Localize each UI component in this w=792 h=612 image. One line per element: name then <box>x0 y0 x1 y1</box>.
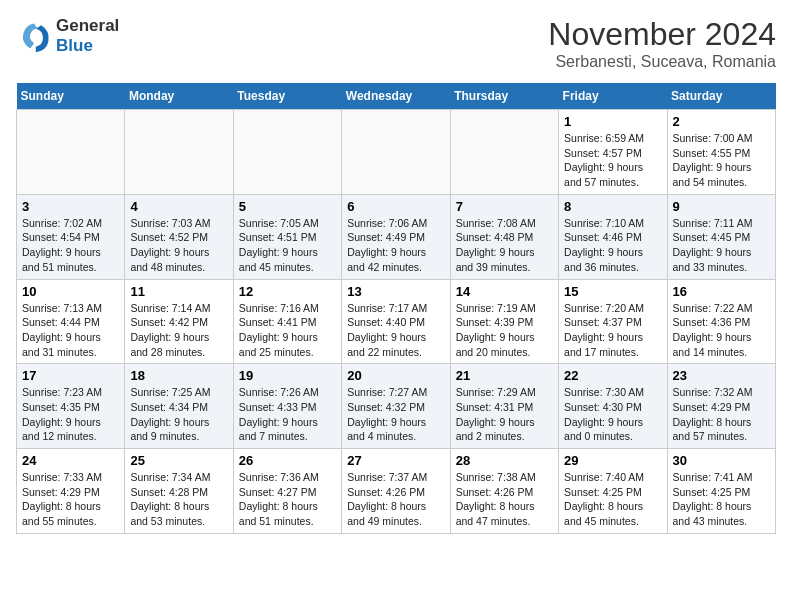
day-number: 14 <box>456 284 553 299</box>
calendar-cell: 8Sunrise: 7:10 AM Sunset: 4:46 PM Daylig… <box>559 194 667 279</box>
calendar-cell: 2Sunrise: 7:00 AM Sunset: 4:55 PM Daylig… <box>667 110 775 195</box>
calendar-cell: 4Sunrise: 7:03 AM Sunset: 4:52 PM Daylig… <box>125 194 233 279</box>
calendar-cell: 6Sunrise: 7:06 AM Sunset: 4:49 PM Daylig… <box>342 194 450 279</box>
calendar-cell: 5Sunrise: 7:05 AM Sunset: 4:51 PM Daylig… <box>233 194 341 279</box>
day-number: 3 <box>22 199 119 214</box>
day-number: 25 <box>130 453 227 468</box>
day-number: 6 <box>347 199 444 214</box>
calendar-cell <box>342 110 450 195</box>
day-info: Sunrise: 7:00 AM Sunset: 4:55 PM Dayligh… <box>673 131 770 190</box>
calendar-cell: 9Sunrise: 7:11 AM Sunset: 4:45 PM Daylig… <box>667 194 775 279</box>
calendar-cell: 12Sunrise: 7:16 AM Sunset: 4:41 PM Dayli… <box>233 279 341 364</box>
day-number: 20 <box>347 368 444 383</box>
day-number: 7 <box>456 199 553 214</box>
day-info: Sunrise: 7:27 AM Sunset: 4:32 PM Dayligh… <box>347 385 444 444</box>
calendar-cell <box>450 110 558 195</box>
weekday-header-friday: Friday <box>559 83 667 110</box>
location: Serbanesti, Suceava, Romania <box>548 53 776 71</box>
calendar-cell: 13Sunrise: 7:17 AM Sunset: 4:40 PM Dayli… <box>342 279 450 364</box>
weekday-header-sunday: Sunday <box>17 83 125 110</box>
day-number: 9 <box>673 199 770 214</box>
calendar-cell: 18Sunrise: 7:25 AM Sunset: 4:34 PM Dayli… <box>125 364 233 449</box>
weekday-header-saturday: Saturday <box>667 83 775 110</box>
day-number: 8 <box>564 199 661 214</box>
day-info: Sunrise: 7:17 AM Sunset: 4:40 PM Dayligh… <box>347 301 444 360</box>
page-header: General Blue November 2024 Serbanesti, S… <box>16 16 776 71</box>
day-number: 26 <box>239 453 336 468</box>
day-info: Sunrise: 7:30 AM Sunset: 4:30 PM Dayligh… <box>564 385 661 444</box>
calendar-cell: 1Sunrise: 6:59 AM Sunset: 4:57 PM Daylig… <box>559 110 667 195</box>
calendar-cell: 29Sunrise: 7:40 AM Sunset: 4:25 PM Dayli… <box>559 449 667 534</box>
calendar-cell: 21Sunrise: 7:29 AM Sunset: 4:31 PM Dayli… <box>450 364 558 449</box>
day-info: Sunrise: 7:33 AM Sunset: 4:29 PM Dayligh… <box>22 470 119 529</box>
day-number: 11 <box>130 284 227 299</box>
calendar-cell: 14Sunrise: 7:19 AM Sunset: 4:39 PM Dayli… <box>450 279 558 364</box>
day-info: Sunrise: 7:14 AM Sunset: 4:42 PM Dayligh… <box>130 301 227 360</box>
day-number: 28 <box>456 453 553 468</box>
day-info: Sunrise: 7:19 AM Sunset: 4:39 PM Dayligh… <box>456 301 553 360</box>
calendar-cell: 25Sunrise: 7:34 AM Sunset: 4:28 PM Dayli… <box>125 449 233 534</box>
day-number: 16 <box>673 284 770 299</box>
day-info: Sunrise: 7:05 AM Sunset: 4:51 PM Dayligh… <box>239 216 336 275</box>
month-year: November 2024 <box>548 16 776 53</box>
day-number: 12 <box>239 284 336 299</box>
calendar-cell: 15Sunrise: 7:20 AM Sunset: 4:37 PM Dayli… <box>559 279 667 364</box>
day-info: Sunrise: 6:59 AM Sunset: 4:57 PM Dayligh… <box>564 131 661 190</box>
day-info: Sunrise: 7:08 AM Sunset: 4:48 PM Dayligh… <box>456 216 553 275</box>
calendar-cell: 27Sunrise: 7:37 AM Sunset: 4:26 PM Dayli… <box>342 449 450 534</box>
weekday-header-monday: Monday <box>125 83 233 110</box>
calendar-cell: 10Sunrise: 7:13 AM Sunset: 4:44 PM Dayli… <box>17 279 125 364</box>
logo: General Blue <box>16 16 119 56</box>
calendar-cell: 30Sunrise: 7:41 AM Sunset: 4:25 PM Dayli… <box>667 449 775 534</box>
calendar-cell: 26Sunrise: 7:36 AM Sunset: 4:27 PM Dayli… <box>233 449 341 534</box>
day-info: Sunrise: 7:22 AM Sunset: 4:36 PM Dayligh… <box>673 301 770 360</box>
day-number: 19 <box>239 368 336 383</box>
day-info: Sunrise: 7:03 AM Sunset: 4:52 PM Dayligh… <box>130 216 227 275</box>
day-number: 13 <box>347 284 444 299</box>
calendar-title: November 2024 Serbanesti, Suceava, Roman… <box>548 16 776 71</box>
calendar-week-5: 24Sunrise: 7:33 AM Sunset: 4:29 PM Dayli… <box>17 449 776 534</box>
day-info: Sunrise: 7:25 AM Sunset: 4:34 PM Dayligh… <box>130 385 227 444</box>
day-info: Sunrise: 7:23 AM Sunset: 4:35 PM Dayligh… <box>22 385 119 444</box>
day-number: 27 <box>347 453 444 468</box>
day-number: 23 <box>673 368 770 383</box>
weekday-header-tuesday: Tuesday <box>233 83 341 110</box>
day-info: Sunrise: 7:40 AM Sunset: 4:25 PM Dayligh… <box>564 470 661 529</box>
day-info: Sunrise: 7:37 AM Sunset: 4:26 PM Dayligh… <box>347 470 444 529</box>
day-info: Sunrise: 7:29 AM Sunset: 4:31 PM Dayligh… <box>456 385 553 444</box>
calendar-cell: 17Sunrise: 7:23 AM Sunset: 4:35 PM Dayli… <box>17 364 125 449</box>
day-info: Sunrise: 7:11 AM Sunset: 4:45 PM Dayligh… <box>673 216 770 275</box>
day-number: 1 <box>564 114 661 129</box>
calendar-cell <box>17 110 125 195</box>
day-number: 15 <box>564 284 661 299</box>
day-info: Sunrise: 7:10 AM Sunset: 4:46 PM Dayligh… <box>564 216 661 275</box>
day-number: 2 <box>673 114 770 129</box>
day-number: 17 <box>22 368 119 383</box>
weekday-header-row: SundayMondayTuesdayWednesdayThursdayFrid… <box>17 83 776 110</box>
calendar-table: SundayMondayTuesdayWednesdayThursdayFrid… <box>16 83 776 534</box>
calendar-cell: 11Sunrise: 7:14 AM Sunset: 4:42 PM Dayli… <box>125 279 233 364</box>
day-info: Sunrise: 7:13 AM Sunset: 4:44 PM Dayligh… <box>22 301 119 360</box>
day-number: 21 <box>456 368 553 383</box>
calendar-cell: 7Sunrise: 7:08 AM Sunset: 4:48 PM Daylig… <box>450 194 558 279</box>
calendar-cell: 20Sunrise: 7:27 AM Sunset: 4:32 PM Dayli… <box>342 364 450 449</box>
calendar-cell <box>233 110 341 195</box>
calendar-cell: 28Sunrise: 7:38 AM Sunset: 4:26 PM Dayli… <box>450 449 558 534</box>
day-info: Sunrise: 7:16 AM Sunset: 4:41 PM Dayligh… <box>239 301 336 360</box>
day-info: Sunrise: 7:20 AM Sunset: 4:37 PM Dayligh… <box>564 301 661 360</box>
day-number: 30 <box>673 453 770 468</box>
day-info: Sunrise: 7:26 AM Sunset: 4:33 PM Dayligh… <box>239 385 336 444</box>
calendar-week-4: 17Sunrise: 7:23 AM Sunset: 4:35 PM Dayli… <box>17 364 776 449</box>
day-info: Sunrise: 7:36 AM Sunset: 4:27 PM Dayligh… <box>239 470 336 529</box>
calendar-cell: 23Sunrise: 7:32 AM Sunset: 4:29 PM Dayli… <box>667 364 775 449</box>
logo-icon <box>16 18 52 54</box>
calendar-cell: 16Sunrise: 7:22 AM Sunset: 4:36 PM Dayli… <box>667 279 775 364</box>
calendar-week-2: 3Sunrise: 7:02 AM Sunset: 4:54 PM Daylig… <box>17 194 776 279</box>
logo-text: General Blue <box>56 16 119 56</box>
day-number: 5 <box>239 199 336 214</box>
calendar-cell <box>125 110 233 195</box>
day-number: 18 <box>130 368 227 383</box>
weekday-header-thursday: Thursday <box>450 83 558 110</box>
calendar-cell: 19Sunrise: 7:26 AM Sunset: 4:33 PM Dayli… <box>233 364 341 449</box>
day-number: 4 <box>130 199 227 214</box>
